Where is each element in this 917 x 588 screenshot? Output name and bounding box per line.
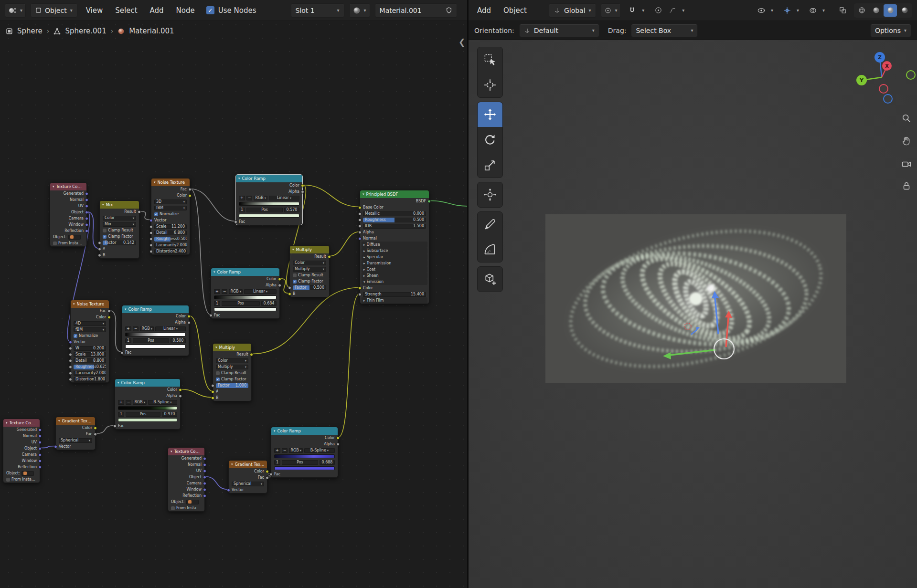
shader-type-dropdown[interactable]: Object ▾ bbox=[31, 3, 77, 18]
interpolation-dropdown[interactable]: Linear ▾ bbox=[155, 326, 186, 331]
node-noise2[interactable]: ▾Noise TextureFacColor4D▾fBM▾✔NormalizeV… bbox=[70, 300, 109, 383]
color-mode-dropdown[interactable]: RGB ▾ bbox=[254, 196, 267, 200]
axis-neg-y-ball[interactable] bbox=[906, 71, 915, 79]
drag-mode-dropdown[interactable]: Select Box ▾ bbox=[631, 24, 698, 37]
node-ramp5[interactable]: ▾Color RampColorAlpha+−RGB ▾B-Spline ▾1P… bbox=[271, 427, 338, 478]
axis-neg-x-ball[interactable] bbox=[879, 84, 888, 93]
dropdown-Spherical[interactable]: Spherical▾ bbox=[59, 438, 92, 443]
checkbox-Clamp Result[interactable] bbox=[103, 229, 107, 232]
socket-dot[interactable] bbox=[85, 223, 88, 226]
node-header[interactable]: ▾Multiply bbox=[290, 246, 329, 253]
socket-dot[interactable] bbox=[358, 206, 362, 209]
pivot-point-dropdown[interactable]: ▾ bbox=[601, 3, 621, 18]
socket-dot[interactable] bbox=[85, 229, 88, 232]
menu-add[interactable]: Add bbox=[146, 4, 168, 17]
socket-dot[interactable] bbox=[85, 198, 88, 201]
node-header[interactable]: ▾Gradient Texture bbox=[56, 417, 95, 425]
dropdown-fBM[interactable]: fBM▾ bbox=[74, 327, 106, 332]
object-picker[interactable] bbox=[21, 471, 34, 476]
dropdown-Mix[interactable]: Mix▾ bbox=[103, 222, 136, 227]
dropdown-Multiply[interactable]: Multiply▾ bbox=[216, 365, 248, 369]
stop-pos-value[interactable]: 0.570 bbox=[284, 208, 299, 212]
add-stop-button[interactable]: + bbox=[125, 326, 131, 331]
socket-dot[interactable] bbox=[301, 184, 304, 187]
socket-dot[interactable] bbox=[38, 465, 42, 469]
stop-pos-label[interactable]: Pos bbox=[246, 208, 283, 212]
value-Distortion[interactable]: Distortion2.400 bbox=[154, 249, 187, 254]
node-bsdf[interactable]: ▾Principled BSDFBSDFBase ColorMetallic0.… bbox=[360, 190, 429, 304]
collapse-icon[interactable]: ▾ bbox=[363, 192, 364, 196]
value-Scale[interactable]: Scale11.200 bbox=[154, 224, 187, 229]
node-header[interactable]: ▾Noise Texture bbox=[71, 300, 109, 308]
socket-dot[interactable] bbox=[358, 218, 362, 221]
socket-dot[interactable] bbox=[85, 192, 88, 195]
socket-dot[interactable] bbox=[266, 476, 269, 479]
menu-view[interactable]: View bbox=[82, 4, 107, 17]
socket-dot[interactable] bbox=[288, 286, 291, 289]
tool-scale[interactable] bbox=[478, 153, 502, 178]
falloff-caret[interactable]: ▾ bbox=[680, 4, 687, 17]
value-Scale[interactable]: Scale13.000 bbox=[74, 352, 106, 357]
socket-dot[interactable] bbox=[209, 314, 213, 317]
socket-dot[interactable] bbox=[211, 390, 214, 393]
tool-rotate[interactable] bbox=[478, 127, 502, 152]
socket-dot[interactable] bbox=[358, 231, 362, 234]
socket-dot[interactable] bbox=[94, 426, 97, 430]
node-header[interactable]: ▾Texture Coordinate bbox=[3, 419, 40, 427]
color-mode-dropdown[interactable]: RGB ▾ bbox=[229, 289, 243, 294]
snap-options-dropdown[interactable]: ▾ bbox=[640, 4, 647, 17]
gizmos-caret[interactable]: ▾ bbox=[794, 4, 801, 17]
value-Lacunarity[interactable]: Lacunarity2.000 bbox=[74, 371, 106, 376]
socket-dot[interactable] bbox=[179, 394, 182, 398]
socket-dot[interactable] bbox=[336, 442, 340, 446]
menu-node[interactable]: Node bbox=[172, 4, 199, 17]
socket-dot[interactable] bbox=[69, 378, 72, 381]
color-stop-swatch[interactable] bbox=[125, 345, 186, 348]
color-stop-swatch[interactable] bbox=[214, 307, 277, 311]
row-Diffuse[interactable]: ▸Diffuse bbox=[362, 242, 427, 248]
socket-dot[interactable] bbox=[107, 315, 111, 319]
collapse-icon[interactable]: ▾ bbox=[117, 381, 119, 385]
socket-dot[interactable] bbox=[120, 351, 124, 354]
collapse-icon[interactable]: ▾ bbox=[58, 419, 60, 423]
socket-dot[interactable] bbox=[38, 459, 42, 462]
socket-dot[interactable] bbox=[38, 428, 42, 431]
collapse-icon[interactable]: ▾ bbox=[292, 248, 294, 252]
node-ramp4[interactable]: ▾Color RampColorAlpha+−RGB ▾B-Spline ▾1P… bbox=[115, 378, 181, 430]
node-header[interactable]: ▾Noise Texture bbox=[151, 178, 190, 186]
color-stop-swatch[interactable] bbox=[239, 214, 299, 218]
transform-orientation-dropdown[interactable]: Global ▾ bbox=[549, 3, 596, 18]
socket-dot[interactable] bbox=[427, 200, 431, 203]
checkbox-Clamp Result[interactable] bbox=[216, 371, 220, 375]
dropdown-Spherical[interactable]: Spherical▾ bbox=[232, 482, 264, 486]
zoom-tool-button[interactable] bbox=[899, 111, 914, 126]
stop-index[interactable]: 1 bbox=[214, 301, 220, 306]
collapse-icon[interactable]: ▾ bbox=[215, 346, 217, 349]
add-stop-button[interactable]: + bbox=[214, 289, 220, 294]
menu-object[interactable]: Object bbox=[500, 4, 531, 17]
stop-pos-label[interactable]: Pos bbox=[133, 338, 169, 343]
socket-dot[interactable] bbox=[358, 224, 362, 228]
socket-dot[interactable] bbox=[69, 371, 72, 375]
socket-dot[interactable] bbox=[149, 237, 153, 241]
gizmos-toggle-button[interactable] bbox=[780, 4, 794, 17]
socket-dot[interactable] bbox=[69, 346, 72, 350]
color-mode-dropdown[interactable]: RGB ▾ bbox=[289, 448, 303, 453]
slider-Factor[interactable]: Factor0.500 bbox=[293, 285, 326, 290]
tool-cursor-3d[interactable] bbox=[478, 73, 502, 97]
value-Detail[interactable]: Detail6.800 bbox=[154, 231, 187, 235]
stop-index[interactable]: 1 bbox=[239, 208, 245, 212]
tool-transform[interactable] bbox=[478, 182, 502, 207]
slider-Roughness[interactable]: Roughness0.500 bbox=[154, 237, 187, 242]
checkbox-Clamp Factor[interactable]: ✔ bbox=[293, 280, 297, 284]
node-multiply1[interactable]: ▾MultiplyResultColor▾Multiply▾Clamp Resu… bbox=[289, 245, 330, 297]
socket-dot[interactable] bbox=[203, 482, 206, 485]
slider-Factor[interactable]: Factor0.142 bbox=[103, 241, 136, 245]
value-Distortion[interactable]: Distortion1.800 bbox=[74, 377, 106, 382]
socket-dot[interactable] bbox=[269, 472, 273, 476]
socket-dot[interactable] bbox=[203, 469, 206, 472]
slider-Metallic[interactable]: Metallic0.000 bbox=[363, 211, 426, 216]
collapse-icon[interactable]: ▾ bbox=[102, 203, 104, 207]
xray-toggle-button[interactable] bbox=[836, 4, 849, 17]
shading-material-button[interactable] bbox=[884, 4, 897, 17]
